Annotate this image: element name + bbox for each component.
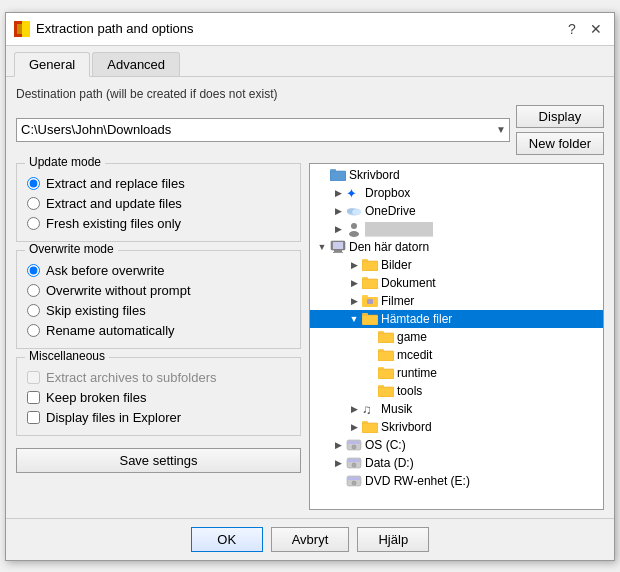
tree-label: Hämtade filer	[381, 312, 452, 326]
radio-skip-existing: Skip existing files	[27, 303, 290, 318]
tree-expander[interactable]: ▶	[346, 257, 362, 273]
tree-expander-empty	[362, 383, 378, 399]
dialog-title: Extraction path and options	[36, 21, 556, 36]
skip-existing-radio[interactable]	[27, 304, 40, 317]
checkbox-extract-subfolders: Extract archives to subfolders	[27, 370, 290, 385]
radio-extract-update: Extract and update files	[27, 196, 290, 211]
new-folder-button[interactable]: New folder	[516, 132, 604, 155]
fresh-existing-radio[interactable]	[27, 217, 40, 230]
keep-broken-label[interactable]: Keep broken files	[46, 390, 146, 405]
tree-expander[interactable]: ▶	[330, 203, 346, 219]
overwrite-mode-group: Overwrite mode Ask before overwrite Over…	[16, 250, 301, 349]
tree-container[interactable]: Skrivbord▶✦Dropbox▶OneDrive▶████████▼Den…	[310, 164, 603, 509]
ask-before-radio[interactable]	[27, 264, 40, 277]
radio-rename-auto: Rename automatically	[27, 323, 290, 338]
tree-item[interactable]: ▶♫Musik	[310, 400, 603, 418]
display-explorer-label[interactable]: Display files in Explorer	[46, 410, 181, 425]
tree-expander-empty	[362, 347, 378, 363]
tree-label: Bilder	[381, 258, 412, 272]
svg-rect-2	[17, 24, 22, 34]
ask-before-label[interactable]: Ask before overwrite	[46, 263, 165, 278]
folder-icon: ✦	[346, 185, 362, 201]
fresh-existing-label[interactable]: Fresh existing files only	[46, 216, 181, 231]
update-mode-title: Update mode	[25, 155, 105, 169]
folder-icon	[330, 167, 346, 183]
overwrite-mode-title: Overwrite mode	[25, 242, 118, 256]
folder-icon	[362, 275, 378, 291]
cancel-button[interactable]: Avbryt	[271, 527, 350, 552]
tree-item[interactable]: Skrivbord	[310, 166, 603, 184]
overwrite-no-prompt-radio[interactable]	[27, 284, 40, 297]
tree-label: Skrivbord	[349, 168, 400, 182]
extract-update-label[interactable]: Extract and update files	[46, 196, 182, 211]
display-explorer-checkbox[interactable]	[27, 411, 40, 424]
tree-item[interactable]: ▶OS (C:)	[310, 436, 603, 454]
extract-replace-label[interactable]: Extract and replace files	[46, 176, 185, 191]
tree-item[interactable]: mcedit	[310, 346, 603, 364]
destination-row: Destination path (will be created if doe…	[16, 87, 604, 155]
keep-broken-checkbox[interactable]	[27, 391, 40, 404]
rename-auto-radio[interactable]	[27, 324, 40, 337]
update-mode-options: Extract and replace files Extract and up…	[27, 176, 290, 231]
tree-item[interactable]: ▶Bilder	[310, 256, 603, 274]
extract-update-radio[interactable]	[27, 197, 40, 210]
help-footer-button[interactable]: Hjälp	[357, 527, 429, 552]
svg-point-9	[352, 209, 361, 214]
tree-expander[interactable]: ▼	[346, 311, 362, 327]
folder-icon	[346, 473, 362, 489]
tree-label: OS (C:)	[365, 438, 406, 452]
extract-subfolders-checkbox[interactable]	[27, 371, 40, 384]
svg-rect-45	[348, 441, 360, 444]
tree-label: DVD RW-enhet (E:)	[365, 474, 470, 488]
tree-item[interactable]: ▶Dokument	[310, 274, 603, 292]
overwrite-mode-options: Ask before overwrite Overwrite without p…	[27, 263, 290, 338]
tree-expander[interactable]: ▶	[346, 275, 362, 291]
extract-replace-radio[interactable]	[27, 177, 40, 190]
path-wrapper: ▼	[16, 118, 510, 142]
overwrite-no-prompt-label[interactable]: Overwrite without prompt	[46, 283, 191, 298]
tree-item[interactable]: runtime	[310, 364, 603, 382]
right-panel: Skrivbord▶✦Dropbox▶OneDrive▶████████▼Den…	[309, 163, 604, 510]
tree-item[interactable]: game	[310, 328, 603, 346]
ok-button[interactable]: OK	[191, 527, 263, 552]
tree-item[interactable]: ▶✦Dropbox	[310, 184, 603, 202]
close-button[interactable]: ✕	[586, 19, 606, 39]
display-button[interactable]: Display	[516, 105, 604, 128]
tree-expander[interactable]: ▶	[346, 293, 362, 309]
skip-existing-label[interactable]: Skip existing files	[46, 303, 146, 318]
destination-buttons: Display New folder	[516, 105, 604, 155]
destination-input-row: ▼ Display New folder	[16, 105, 604, 155]
save-settings-button[interactable]: Save settings	[16, 448, 301, 473]
tree-label: Skrivbord	[381, 420, 432, 434]
extract-subfolders-label[interactable]: Extract archives to subfolders	[46, 370, 217, 385]
tree-item[interactable]: ▼Den här datorn	[310, 238, 603, 256]
left-panel: Update mode Extract and replace files Ex…	[16, 163, 301, 510]
destination-path-input[interactable]	[16, 118, 510, 142]
tree-label: Musik	[381, 402, 412, 416]
rename-auto-label[interactable]: Rename automatically	[46, 323, 175, 338]
svg-rect-48	[348, 459, 360, 462]
tree-item[interactable]: ▶Filmer	[310, 292, 603, 310]
tree-item[interactable]: ▶████████	[310, 220, 603, 238]
svg-rect-14	[334, 250, 342, 252]
horizontal-scrollbar: ◄ ►	[310, 509, 603, 510]
tree-expander[interactable]: ▶	[330, 455, 346, 471]
tree-expander[interactable]: ▶	[346, 419, 362, 435]
tree-item[interactable]: tools	[310, 382, 603, 400]
tree-item[interactable]: ▼Hämtade filer	[310, 310, 603, 328]
tree-expander[interactable]: ▶	[330, 437, 346, 453]
tree-item[interactable]: ▶Data (D:)	[310, 454, 603, 472]
tab-general[interactable]: General	[14, 52, 90, 77]
folder-icon	[362, 419, 378, 435]
save-btn-row: Save settings	[16, 448, 301, 473]
tree-expander[interactable]: ▶	[346, 401, 362, 417]
tree-expander[interactable]: ▼	[314, 239, 330, 255]
tree-expander[interactable]: ▶	[330, 221, 346, 237]
tree-expander[interactable]: ▶	[330, 185, 346, 201]
help-button[interactable]: ?	[562, 19, 582, 39]
tree-item[interactable]: ▶Skrivbord	[310, 418, 603, 436]
tree-item[interactable]: DVD RW-enhet (E:)	[310, 472, 603, 490]
tab-advanced[interactable]: Advanced	[92, 52, 180, 76]
radio-overwrite-no-prompt: Overwrite without prompt	[27, 283, 290, 298]
tree-item[interactable]: ▶OneDrive	[310, 202, 603, 220]
